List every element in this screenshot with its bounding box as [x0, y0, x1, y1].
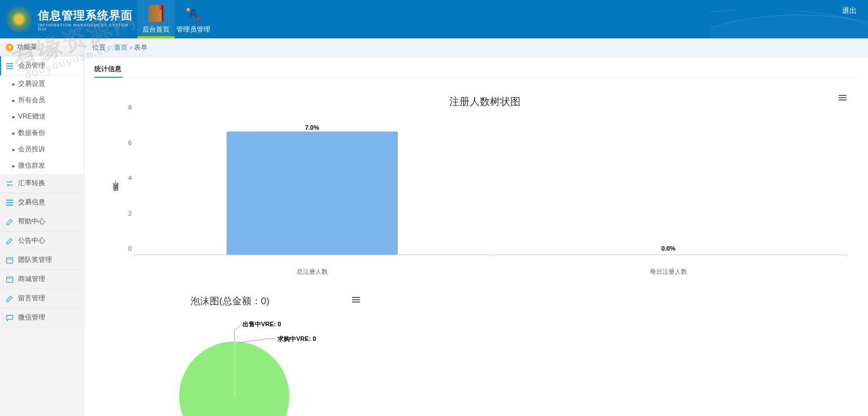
app-subtitle: INFORMATION MANAGEMENT SYSTEM GUI: [38, 23, 137, 31]
admin-icon: [184, 5, 202, 23]
x-tick: 总注册人数: [297, 268, 328, 276]
chevron-down-icon: ▾: [6, 43, 14, 51]
bar-value-label: 0.0%: [661, 245, 675, 252]
breadcrumb-sep: ›: [130, 43, 132, 51]
sidebar-item-trade[interactable]: 交易信息: [0, 193, 84, 212]
sidebar-item-teamaward[interactable]: 团队奖管理: [0, 251, 84, 270]
sidebar-item-label: 商城管理: [18, 274, 45, 284]
logo-icon: [6, 6, 32, 33]
exchange-icon: [6, 179, 14, 187]
sidebar-heading-label: 功能菜: [17, 42, 37, 52]
y-tick: 6: [128, 139, 132, 146]
bar-value-label: 7.0%: [305, 124, 319, 131]
sidebar-item-msg[interactable]: 留言管理: [0, 289, 84, 308]
pie-slice[interactable]: [179, 341, 289, 416]
sidebar-submenu-member: 交易设置 所有会员 VRE赠送 数据备份 会员投诉 微信群发: [0, 76, 84, 174]
edit-icon: [6, 218, 14, 226]
submenu-item[interactable]: 数据备份: [0, 125, 84, 141]
edit-icon: [6, 237, 14, 245]
pie-label: 求购中VRE: 0: [277, 335, 316, 343]
submenu-item[interactable]: VRE赠送: [0, 108, 84, 125]
svg-rect-3: [6, 199, 13, 200]
breadcrumb-current: 表单: [134, 43, 147, 51]
sidebar-item-label: 汇率转换: [18, 178, 45, 188]
breadcrumb: 位置： 首页 › 表单: [84, 38, 868, 58]
sidebar-item-member[interactable]: 会员管理: [0, 56, 84, 76]
chat-icon: [6, 314, 14, 322]
app-header: 信息管理系统界面 INFORMATION MANAGEMENT SYSTEM G…: [0, 0, 868, 38]
submenu-item[interactable]: 所有会员: [0, 92, 84, 108]
bar-column: 0.0%: [497, 114, 839, 255]
chart-menu-button[interactable]: [352, 296, 360, 304]
submenu-item[interactable]: 微信群发: [0, 157, 84, 174]
y-axis: 0 2 4 6 8: [124, 114, 134, 255]
svg-rect-4: [6, 202, 13, 203]
y-tick: 0: [128, 245, 132, 252]
sidebar-item-label: 留言管理: [18, 294, 45, 303]
svg-rect-0: [6, 63, 13, 64]
sidebar: ▾ 功能菜 会员管理 交易设置 所有会员 VRE赠送 数据备份 会员投诉 微信群…: [0, 38, 84, 416]
book-icon: [147, 5, 165, 23]
chart-menu-button[interactable]: [839, 94, 847, 102]
bar[interactable]: [227, 132, 398, 255]
sidebar-heading[interactable]: ▾ 功能菜: [0, 38, 84, 56]
svg-rect-2: [6, 68, 13, 69]
nav-tab-home[interactable]: 后台首页: [137, 0, 175, 38]
chart-title: 注册人数树状图: [123, 95, 847, 108]
brand: 信息管理系统界面 INFORMATION MANAGEMENT SYSTEM G…: [0, 6, 137, 33]
pie-label: 出售中VRE: 0: [242, 320, 281, 329]
edit-icon: [6, 295, 14, 303]
y-tick: 8: [128, 104, 132, 111]
x-tick: 每日注册人数: [650, 268, 687, 276]
bar-column: 7.0%: [141, 114, 483, 255]
sidebar-item-label: 公告中心: [18, 236, 45, 246]
sidebar-item-label: 微信管理: [18, 313, 45, 322]
sidebar-item-label: 会员管理: [18, 61, 45, 71]
sidebar-item-notice[interactable]: 公告中心: [0, 231, 84, 251]
svg-rect-1: [6, 65, 13, 67]
nav-tab-label: 后台首页: [142, 25, 170, 34]
svg-rect-5: [6, 204, 13, 205]
bar-chart: 注册人数树状图 注册人数（个） 0 2 4 6 8 7.0%: [94, 89, 858, 283]
svg-rect-6: [7, 257, 13, 263]
sidebar-item-rate[interactable]: 汇率转换: [0, 174, 84, 193]
svg-rect-8: [7, 277, 13, 282]
sidebar-item-help[interactable]: 帮助中心: [0, 212, 84, 231]
breadcrumb-home[interactable]: 首页: [114, 43, 128, 51]
nav-tab-admin[interactable]: 管理员管理: [175, 0, 212, 38]
sidebar-item-wechat[interactable]: 微信管理: [0, 308, 84, 327]
calendar-icon: [6, 256, 14, 264]
pie-chart: 泡沫图(总金额：0) 出售中VRE: 0 求购中VRE: 0: [94, 295, 366, 416]
main-content: 位置： 首页 › 表单 统计信息 注册人数树状图 注册人数（个） 0 2 4: [84, 38, 868, 416]
sidebar-item-mall[interactable]: 商城管理: [0, 270, 84, 289]
menu-icon: [352, 296, 360, 303]
y-tick: 4: [128, 174, 132, 181]
sidebar-item-label: 交易信息: [18, 198, 45, 207]
divider: [94, 77, 858, 78]
menu-icon: [839, 94, 847, 100]
sidebar-item-label: 帮助中心: [18, 217, 45, 226]
nav-tab-label: 管理员管理: [176, 25, 210, 34]
submenu-item[interactable]: 会员投诉: [0, 141, 84, 157]
sidebar-item-label: 团队奖管理: [18, 255, 52, 265]
app-title: 信息管理系统界面: [38, 8, 137, 23]
list-icon: [6, 199, 14, 207]
y-tick: 2: [128, 210, 132, 217]
y-axis-label: 注册人数（个）: [111, 189, 120, 197]
chart-title: 泡沫图(总金额：0): [100, 295, 360, 308]
panel-title: 统计信息: [94, 64, 121, 77]
logout-link[interactable]: 退出: [842, 6, 857, 16]
submenu-item[interactable]: 交易设置: [0, 76, 84, 92]
list-icon: [6, 62, 14, 70]
x-axis: 总注册人数 每日注册人数: [134, 255, 847, 266]
breadcrumb-label: 位置：: [92, 43, 112, 51]
calendar-icon: [6, 275, 14, 283]
plot-area: 7.0% 0.0%: [134, 114, 847, 255]
top-nav: 后台首页 管理员管理: [137, 0, 212, 38]
